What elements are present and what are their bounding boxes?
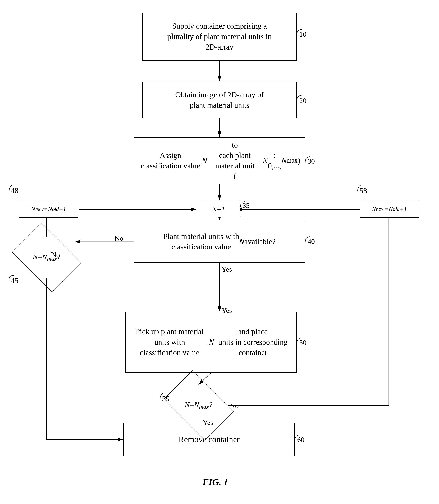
label-no-55: No (230, 402, 239, 410)
brace-58 (356, 183, 366, 194)
box-40: Plant material units withclassification … (134, 221, 305, 263)
diamond-45: N=Nmax? (18, 236, 75, 278)
flowchart-diagram: Supply container comprising aplurality o… (0, 0, 439, 504)
box-58: Nnew=Nold+1 (360, 201, 419, 218)
brace-60 (293, 433, 305, 445)
label-yes-55: Yes (203, 419, 213, 426)
box-30: Assign classification value N toeach pla… (134, 137, 305, 184)
brace-10 (295, 27, 307, 40)
box-20: Obtain image of 2D-array ofplant materia… (142, 82, 297, 118)
fig-caption: FIG. 1 (184, 477, 247, 488)
box-48: Nnew=Nold+1 (19, 201, 78, 218)
label-no-40: No (115, 234, 123, 242)
brace-48 (8, 183, 18, 194)
brace-35 (239, 200, 250, 209)
label-yes-40: Yes (222, 265, 232, 273)
box-50: Pick up plant material units withclassif… (125, 312, 297, 373)
brace-40 (303, 234, 316, 247)
brace-45 (7, 274, 18, 282)
box-10: Supply container comprising aplurality o… (142, 13, 297, 61)
label-yes-35: Yes (222, 307, 232, 315)
brace-30 (303, 155, 316, 167)
brace-50 (295, 336, 307, 348)
brace-55 (159, 391, 169, 401)
box-35: N=1 (196, 201, 240, 217)
diamond-55: N=Nmax? (169, 385, 228, 426)
brace-20 (295, 93, 307, 106)
